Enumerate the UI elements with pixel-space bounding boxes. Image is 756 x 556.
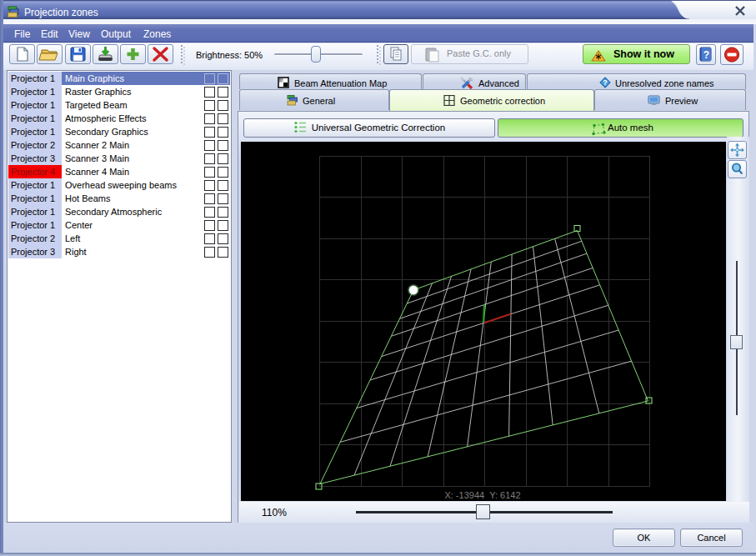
svg-text:X: -13944 Y: 6142: X: -13944 Y: 6142 [444,490,520,500]
svg-text:?: ? [703,49,709,61]
svg-text:?: ? [603,78,608,87]
